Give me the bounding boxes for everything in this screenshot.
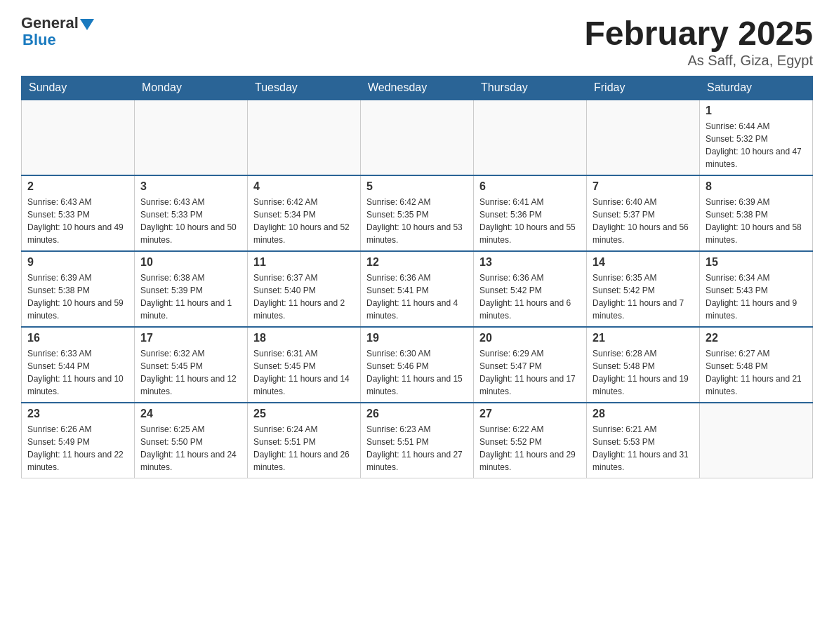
calendar-day-cell: 19Sunrise: 6:30 AMSunset: 5:46 PMDayligh…	[361, 327, 474, 403]
day-info: Sunrise: 6:34 AMSunset: 5:43 PMDaylight:…	[706, 271, 807, 322]
day-number: 8	[706, 180, 807, 193]
page-header: General Blue February 2025 As Saff, Giza…	[21, 14, 813, 69]
day-of-week-header: Sunday	[22, 76, 135, 100]
logo-blue-text: Blue	[21, 31, 56, 49]
calendar-day-cell: 7Sunrise: 6:40 AMSunset: 5:37 PMDaylight…	[587, 175, 700, 251]
day-number: 22	[706, 332, 807, 344]
logo-triangle-icon	[80, 19, 94, 30]
day-info: Sunrise: 6:28 AMSunset: 5:48 PMDaylight:…	[593, 347, 694, 398]
day-info: Sunrise: 6:29 AMSunset: 5:47 PMDaylight:…	[479, 347, 581, 398]
calendar-day-cell: 18Sunrise: 6:31 AMSunset: 5:45 PMDayligh…	[248, 327, 361, 403]
day-number: 26	[366, 408, 468, 420]
day-number: 7	[593, 180, 694, 193]
calendar-day-cell: 11Sunrise: 6:37 AMSunset: 5:40 PMDayligh…	[248, 251, 361, 327]
day-number: 25	[253, 408, 355, 420]
day-of-week-header: Saturday	[700, 76, 813, 100]
logo: General Blue	[21, 14, 94, 49]
day-number: 28	[593, 408, 694, 420]
day-info: Sunrise: 6:32 AMSunset: 5:45 PMDaylight:…	[140, 347, 241, 398]
day-info: Sunrise: 6:25 AMSunset: 5:50 PMDaylight:…	[140, 423, 241, 474]
day-number: 21	[593, 332, 694, 344]
day-number: 12	[366, 256, 468, 269]
calendar-day-cell: 8Sunrise: 6:39 AMSunset: 5:38 PMDaylight…	[700, 175, 813, 251]
day-of-week-header: Friday	[587, 76, 700, 100]
calendar-day-cell: 5Sunrise: 6:42 AMSunset: 5:35 PMDaylight…	[361, 175, 474, 251]
day-info: Sunrise: 6:22 AMSunset: 5:52 PMDaylight:…	[479, 423, 581, 474]
logo-general-text: General	[21, 14, 79, 32]
day-of-week-header: Wednesday	[361, 76, 474, 100]
day-info: Sunrise: 6:23 AMSunset: 5:51 PMDaylight:…	[366, 423, 468, 474]
calendar-day-cell: 6Sunrise: 6:41 AMSunset: 5:36 PMDaylight…	[474, 175, 587, 251]
day-number: 18	[253, 332, 355, 344]
calendar-header-row: SundayMondayTuesdayWednesdayThursdayFrid…	[22, 76, 813, 100]
calendar-day-cell: 17Sunrise: 6:32 AMSunset: 5:45 PMDayligh…	[135, 327, 248, 403]
day-number: 13	[479, 256, 581, 269]
calendar-day-cell: 27Sunrise: 6:22 AMSunset: 5:52 PMDayligh…	[474, 403, 587, 478]
day-info: Sunrise: 6:44 AMSunset: 5:32 PMDaylight:…	[706, 120, 807, 170]
day-info: Sunrise: 6:31 AMSunset: 5:45 PMDaylight:…	[253, 347, 355, 398]
day-number: 10	[140, 256, 241, 269]
calendar-table: SundayMondayTuesdayWednesdayThursdayFrid…	[21, 76, 813, 478]
day-info: Sunrise: 6:39 AMSunset: 5:38 PMDaylight:…	[27, 271, 128, 322]
day-number: 11	[253, 256, 355, 269]
calendar-day-cell: 22Sunrise: 6:27 AMSunset: 5:48 PMDayligh…	[700, 327, 813, 403]
day-info: Sunrise: 6:27 AMSunset: 5:48 PMDaylight:…	[706, 347, 807, 398]
day-of-week-header: Monday	[135, 76, 248, 100]
day-number: 2	[27, 180, 128, 193]
day-info: Sunrise: 6:39 AMSunset: 5:38 PMDaylight:…	[706, 196, 807, 246]
day-number: 1	[706, 105, 807, 117]
calendar-day-cell: 16Sunrise: 6:33 AMSunset: 5:44 PMDayligh…	[22, 327, 135, 403]
day-number: 5	[366, 180, 468, 193]
calendar-week-row: 23Sunrise: 6:26 AMSunset: 5:49 PMDayligh…	[22, 403, 813, 478]
day-info: Sunrise: 6:26 AMSunset: 5:49 PMDaylight:…	[27, 423, 128, 474]
calendar-day-cell: 10Sunrise: 6:38 AMSunset: 5:39 PMDayligh…	[135, 251, 248, 327]
calendar-day-cell: 15Sunrise: 6:34 AMSunset: 5:43 PMDayligh…	[700, 251, 813, 327]
day-info: Sunrise: 6:36 AMSunset: 5:42 PMDaylight:…	[479, 271, 581, 322]
day-info: Sunrise: 6:38 AMSunset: 5:39 PMDaylight:…	[140, 271, 241, 322]
calendar-day-cell	[474, 100, 587, 176]
day-number: 6	[479, 180, 581, 193]
calendar-day-cell: 21Sunrise: 6:28 AMSunset: 5:48 PMDayligh…	[587, 327, 700, 403]
calendar-day-cell: 4Sunrise: 6:42 AMSunset: 5:34 PMDaylight…	[248, 175, 361, 251]
day-number: 23	[27, 408, 128, 420]
calendar-week-row: 1Sunrise: 6:44 AMSunset: 5:32 PMDaylight…	[22, 100, 813, 176]
day-info: Sunrise: 6:35 AMSunset: 5:42 PMDaylight:…	[593, 271, 694, 322]
calendar-day-cell: 14Sunrise: 6:35 AMSunset: 5:42 PMDayligh…	[587, 251, 700, 327]
day-number: 9	[27, 256, 128, 269]
calendar-day-cell	[22, 100, 135, 176]
day-info: Sunrise: 6:21 AMSunset: 5:53 PMDaylight:…	[593, 423, 694, 474]
day-info: Sunrise: 6:42 AMSunset: 5:34 PMDaylight:…	[253, 196, 355, 246]
day-of-week-header: Thursday	[474, 76, 587, 100]
day-info: Sunrise: 6:43 AMSunset: 5:33 PMDaylight:…	[27, 196, 128, 246]
title-area: February 2025 As Saff, Giza, Egypt	[584, 14, 813, 69]
calendar-day-cell	[700, 403, 813, 478]
calendar-day-cell: 3Sunrise: 6:43 AMSunset: 5:33 PMDaylight…	[135, 175, 248, 251]
calendar-day-cell: 26Sunrise: 6:23 AMSunset: 5:51 PMDayligh…	[361, 403, 474, 478]
day-number: 15	[706, 256, 807, 269]
calendar-day-cell: 28Sunrise: 6:21 AMSunset: 5:53 PMDayligh…	[587, 403, 700, 478]
calendar-day-cell: 9Sunrise: 6:39 AMSunset: 5:38 PMDaylight…	[22, 251, 135, 327]
calendar-day-cell: 24Sunrise: 6:25 AMSunset: 5:50 PMDayligh…	[135, 403, 248, 478]
day-info: Sunrise: 6:43 AMSunset: 5:33 PMDaylight:…	[140, 196, 241, 246]
day-number: 3	[140, 180, 241, 193]
location: As Saff, Giza, Egypt	[584, 53, 813, 69]
calendar-week-row: 2Sunrise: 6:43 AMSunset: 5:33 PMDaylight…	[22, 175, 813, 251]
calendar-day-cell	[248, 100, 361, 176]
calendar-day-cell: 2Sunrise: 6:43 AMSunset: 5:33 PMDaylight…	[22, 175, 135, 251]
calendar-day-cell: 23Sunrise: 6:26 AMSunset: 5:49 PMDayligh…	[22, 403, 135, 478]
day-info: Sunrise: 6:36 AMSunset: 5:41 PMDaylight:…	[366, 271, 468, 322]
day-number: 16	[27, 332, 128, 344]
day-info: Sunrise: 6:30 AMSunset: 5:46 PMDaylight:…	[366, 347, 468, 398]
day-number: 19	[366, 332, 468, 344]
calendar-day-cell: 25Sunrise: 6:24 AMSunset: 5:51 PMDayligh…	[248, 403, 361, 478]
day-number: 20	[479, 332, 581, 344]
calendar-day-cell: 12Sunrise: 6:36 AMSunset: 5:41 PMDayligh…	[361, 251, 474, 327]
calendar-week-row: 16Sunrise: 6:33 AMSunset: 5:44 PMDayligh…	[22, 327, 813, 403]
calendar-day-cell: 20Sunrise: 6:29 AMSunset: 5:47 PMDayligh…	[474, 327, 587, 403]
day-info: Sunrise: 6:41 AMSunset: 5:36 PMDaylight:…	[479, 196, 581, 246]
day-info: Sunrise: 6:24 AMSunset: 5:51 PMDaylight:…	[253, 423, 355, 474]
day-info: Sunrise: 6:37 AMSunset: 5:40 PMDaylight:…	[253, 271, 355, 322]
day-number: 4	[253, 180, 355, 193]
calendar-day-cell: 13Sunrise: 6:36 AMSunset: 5:42 PMDayligh…	[474, 251, 587, 327]
day-number: 17	[140, 332, 241, 344]
